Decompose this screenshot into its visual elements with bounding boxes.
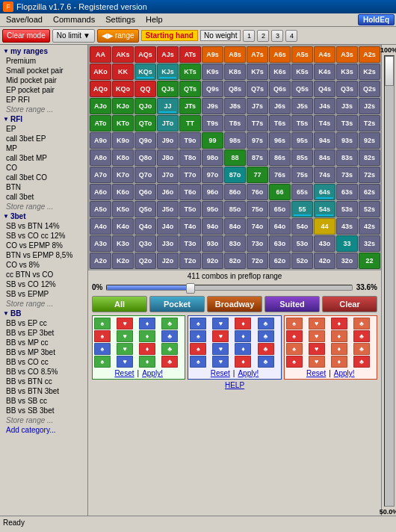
suit-cell-b[interactable]: ♣ — [258, 356, 274, 368]
menu-commands[interactable]: Commands — [49, 14, 99, 25]
card-cell-kk[interactable]: KK — [112, 64, 134, 80]
card-cell-97o[interactable]: 97o — [202, 167, 223, 183]
card-cell-q8o[interactable]: Q8o — [134, 149, 156, 166]
card-cell-k4s[interactable]: K4s — [314, 64, 335, 80]
suit-cell-g[interactable]: ♥ — [117, 318, 133, 330]
card-cell-kqo[interactable]: KQo — [112, 81, 134, 97]
card-cell-53s[interactable]: 53s — [336, 201, 358, 217]
card-cell-j8o[interactable]: J8o — [157, 149, 179, 166]
suit-cell-b[interactable]: ♠ — [190, 330, 206, 342]
sidebar-section-myranges[interactable]: ▼my ranges — [1, 46, 86, 56]
card-cell-k3s[interactable]: K3s — [336, 64, 358, 80]
card-cell-92s[interactable]: 92s — [359, 132, 380, 149]
card-cell-a5o[interactable]: A5o — [90, 201, 111, 217]
suit-cell-b[interactable]: ♥ — [212, 330, 229, 342]
card-cell-54o[interactable]: 54o — [291, 218, 313, 235]
card-cell-t6s[interactable]: T6s — [269, 115, 291, 132]
card-cell-98s[interactable]: 98s — [224, 132, 246, 149]
sidebar-item-ep-pocket[interactable]: EP pocket pair — [1, 85, 86, 95]
menu-help[interactable]: Help — [141, 14, 167, 25]
card-cell-85o[interactable]: 85o — [224, 201, 246, 217]
card-cell-87o[interactable]: 87o — [224, 167, 246, 183]
card-cell-t2o[interactable]: T2o — [179, 253, 201, 269]
card-cell-q7s[interactable]: Q7s — [247, 81, 268, 97]
card-cell-aa[interactable]: AA — [90, 46, 111, 63]
suit-cell-g[interactable]: ♦ — [139, 318, 155, 330]
suit-cell-g[interactable]: ♥ — [117, 330, 133, 342]
card-cell-a3s[interactable]: A3s — [336, 46, 358, 63]
suit-cell-r[interactable]: ♠ — [286, 356, 303, 368]
suit-cell-b[interactable]: ♦ — [235, 318, 251, 330]
suit-cell-r[interactable]: ♣ — [353, 330, 370, 342]
suit-cell-b[interactable]: ♣ — [258, 343, 274, 355]
no-limit-button[interactable]: No limit ▼ — [52, 29, 95, 43]
card-cell-k8s[interactable]: K8s — [224, 64, 246, 80]
card-cell-q9s[interactable]: Q9s — [202, 81, 223, 97]
sidebar-item-ep[interactable]: EP — [1, 124, 86, 134]
num-btn-4[interactable]: 4 — [285, 30, 297, 42]
card-cell-k9s[interactable]: K9s — [202, 64, 223, 80]
num-btn-1[interactable]: 1 — [243, 30, 255, 42]
card-cell-q7o[interactable]: Q7o — [134, 167, 156, 183]
card-cell-83s[interactable]: 83s — [336, 149, 358, 166]
card-cell-qjs[interactable]: QJs — [157, 81, 179, 97]
broadway-button[interactable]: Broadway — [207, 296, 262, 312]
card-cell-t8o[interactable]: T8o — [179, 149, 201, 166]
clear-button[interactable]: Clear — [322, 296, 377, 312]
suit-cell-b[interactable]: ♣ — [258, 330, 274, 342]
card-cell-aqo[interactable]: AQo — [90, 81, 111, 97]
suit-cell-r[interactable]: ♠ — [286, 343, 303, 355]
sidebar-item-cc-btn-co[interactable]: cc BTN vs CO — [1, 270, 86, 279]
card-cell-qto[interactable]: QTo — [134, 115, 156, 132]
card-cell-65s[interactable]: 65s — [291, 184, 313, 200]
card-cell-t5s[interactable]: T5s — [291, 115, 313, 132]
card-cell-ako[interactable]: AKo — [90, 64, 111, 80]
apply-btn-1[interactable]: Apply! — [142, 369, 163, 377]
suit-cell-g[interactable]: ♥ — [117, 343, 133, 355]
suit-cell-g[interactable]: ♣ — [161, 356, 178, 368]
card-cell-j2o[interactable]: J2o — [157, 253, 179, 269]
card-cell-a3o[interactable]: A3o — [90, 235, 111, 252]
card-cell-j5o[interactable]: J5o — [157, 201, 179, 217]
card-cell-94s[interactable]: 94s — [314, 132, 335, 149]
card-cell-a9o[interactable]: A9o — [90, 132, 111, 149]
range-button[interactable]: ◀▶ range — [97, 29, 139, 43]
sidebar-item-bb-mp-3bet[interactable]: BB vs MP 3bet — [1, 347, 86, 357]
card-cell-52s[interactable]: 52s — [359, 201, 380, 217]
menu-settings[interactable]: Settings — [101, 14, 140, 25]
card-cell-97s[interactable]: 97s — [247, 132, 268, 149]
card-cell-42o[interactable]: 42o — [314, 253, 335, 269]
card-cell-64o[interactable]: 64o — [269, 218, 291, 235]
card-cell-62o[interactable]: 62o — [269, 253, 291, 269]
card-cell-k5s[interactable]: K5s — [291, 64, 313, 80]
suit-cell-r[interactable]: ♦ — [331, 330, 347, 342]
card-cell-j3s[interactable]: J3s — [336, 98, 358, 114]
card-cell-ajs[interactable]: AJs — [157, 46, 179, 63]
sidebar-item-call3bet-co[interactable]: call 3bet CO — [1, 173, 86, 182]
card-cell-k5o[interactable]: K5o — [112, 201, 134, 217]
apply-btn-2[interactable]: Apply! — [238, 369, 259, 377]
card-cell-k8o[interactable]: K8o — [112, 149, 134, 166]
card-cell-65o[interactable]: 65o — [269, 201, 291, 217]
vertical-scrollbar[interactable] — [384, 55, 395, 507]
card-cell-95o[interactable]: 95o — [202, 201, 223, 217]
card-cell-q5o[interactable]: Q5o — [134, 201, 156, 217]
card-cell-a2s[interactable]: A2s — [359, 46, 380, 63]
card-cell-k7o[interactable]: K7o — [112, 167, 134, 183]
card-cell-q6o[interactable]: Q6o — [134, 184, 156, 200]
card-cell-t3o[interactable]: T3o — [179, 235, 201, 252]
card-cell-72s[interactable]: 72s — [359, 167, 380, 183]
reset-btn-1[interactable]: Reset — [114, 369, 134, 377]
card-cell-74o[interactable]: 74o — [247, 218, 268, 235]
card-cell-q9o[interactable]: Q9o — [134, 132, 156, 149]
card-cell-53o[interactable]: 53o — [291, 235, 313, 252]
card-cell-76o[interactable]: 76o — [247, 184, 268, 200]
card-cell-kqs[interactable]: KQs — [134, 64, 156, 80]
suit-cell-g[interactable]: ♦ — [139, 343, 155, 355]
card-cell-j6o[interactable]: J6o — [157, 184, 179, 200]
sidebar-item-bb-btn-cc[interactable]: BB vs BTN cc — [1, 377, 86, 386]
card-cell-k2s[interactable]: K2s — [359, 64, 380, 80]
card-cell-jj[interactable]: JJ — [157, 98, 179, 114]
card-cell-q8s[interactable]: Q8s — [224, 81, 246, 97]
suit-cell-r[interactable]: ♠ — [286, 318, 303, 330]
